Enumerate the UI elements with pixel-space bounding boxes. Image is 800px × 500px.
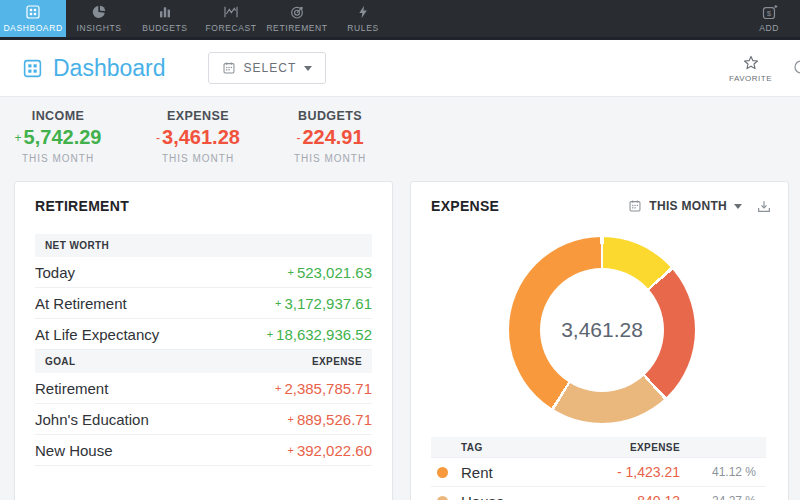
- summary-stats: INCOME +5,742.29 THIS MONTH EXPENSE -3,4…: [0, 97, 800, 181]
- expense-card-title: EXPENSE: [431, 198, 499, 214]
- table-row[interactable]: New House +392,022.60: [35, 435, 372, 466]
- select-label: SELECT: [244, 61, 297, 75]
- stat-label: BUDGETS: [294, 109, 366, 123]
- nav-tab-label: BUDGETS: [142, 23, 187, 33]
- nav-tab-label: DASHBOARD: [3, 23, 62, 33]
- tag-color-dot: [437, 496, 448, 500]
- favorite-label: FAVORITE: [729, 74, 772, 83]
- nav-tab-rules[interactable]: RULES: [330, 0, 396, 37]
- favorite-button[interactable]: FAVORITE: [729, 54, 772, 83]
- star-icon: [742, 54, 760, 72]
- retirement-card: RETIREMENT NET WORTH Today +523,021.63 A…: [14, 181, 393, 500]
- pie-chart-icon: [91, 4, 107, 20]
- select-dropdown-button[interactable]: SELECT: [208, 52, 327, 84]
- net-worth-section-header: NET WORTH: [35, 234, 372, 257]
- nav-tab-insights[interactable]: INSIGHTS: [66, 0, 132, 37]
- stat-value: -3,461.28: [156, 126, 240, 149]
- dashboard-page-icon: [22, 58, 43, 79]
- target-icon: [289, 4, 305, 20]
- top-nav: DASHBOARD INSIGHTS BUDGETS FORECAST RETI…: [0, 0, 800, 40]
- stat-period: THIS MONTH: [294, 153, 366, 164]
- page-header: Dashboard SELECT FAVORITE: [0, 40, 800, 97]
- dashboard-grid-icon: [25, 4, 41, 20]
- calendar-icon: [222, 61, 236, 75]
- retirement-table: NET WORTH Today +523,021.63 At Retiremen…: [35, 234, 372, 466]
- stat-label: EXPENSE: [156, 109, 240, 123]
- chevron-down-icon: [304, 66, 312, 71]
- bar-chart-icon: [157, 4, 173, 20]
- nav-tab-budgets[interactable]: BUDGETS: [132, 0, 198, 37]
- table-row[interactable]: Today +523,021.63: [35, 257, 372, 288]
- nav-tab-retirement[interactable]: RETIREMENT: [264, 0, 330, 37]
- lightning-icon: [355, 4, 371, 20]
- nav-tab-label: RULES: [347, 23, 378, 33]
- stat-budgets: BUDGETS -224.91 THIS MONTH: [294, 109, 366, 164]
- nav-tab-label: INSIGHTS: [77, 23, 122, 33]
- nav-tab-forecast[interactable]: FORECAST: [198, 0, 264, 37]
- goal-section-header: GOAL EXPENSE: [35, 350, 372, 373]
- period-dropdown[interactable]: THIS MONTH: [628, 199, 742, 213]
- stat-period: THIS MONTH: [15, 153, 102, 164]
- svg-text:$: $: [766, 8, 771, 17]
- donut-hole: 3,461.28: [540, 268, 664, 392]
- nav-add-button[interactable]: $ ADD: [738, 0, 800, 37]
- retirement-card-title: RETIREMENT: [35, 198, 129, 214]
- table-row[interactable]: Rent - 1,423.21 41.12 %: [431, 457, 766, 487]
- donut-center-total: 3,461.28: [561, 318, 643, 342]
- period-label: THIS MONTH: [649, 199, 727, 213]
- nav-add-label: ADD: [759, 23, 779, 33]
- tag-table: TAG EXPENSE Rent - 1,423.21 41.12 % Hous…: [431, 437, 766, 500]
- calendar-icon: [628, 199, 642, 213]
- table-row[interactable]: At Life Expectancy +18,632,936.52: [35, 319, 372, 350]
- line-chart-icon: [223, 4, 239, 20]
- page-title: Dashboard: [53, 55, 166, 82]
- stat-income: INCOME +5,742.29 THIS MONTH: [15, 109, 102, 164]
- download-icon[interactable]: [756, 199, 772, 215]
- table-row[interactable]: John's Education +889,526.71: [35, 404, 372, 435]
- tag-color-dot: [437, 467, 448, 478]
- stat-period: THIS MONTH: [156, 153, 240, 164]
- stat-value: -224.91: [294, 126, 366, 149]
- clipped-edge-icon: [792, 58, 800, 76]
- add-transaction-icon: $: [761, 4, 778, 20]
- chevron-down-icon: [734, 204, 742, 209]
- stat-label: INCOME: [15, 109, 102, 123]
- nav-tab-label: RETIREMENT: [266, 23, 327, 33]
- table-row[interactable]: House - 840.13 24.27 %: [431, 486, 766, 500]
- nav-tab-dashboard[interactable]: DASHBOARD: [0, 0, 66, 37]
- table-row[interactable]: Retirement +2,385,785.71: [35, 373, 372, 404]
- nav-tab-label: FORECAST: [205, 23, 256, 33]
- table-row[interactable]: At Retirement +3,172,937.61: [35, 288, 372, 319]
- expense-card: EXPENSE THIS MONTH 3,461.28 TAG EXPENSE …: [410, 181, 789, 500]
- tag-table-header: TAG EXPENSE: [431, 437, 766, 458]
- stat-expense: EXPENSE -3,461.28 THIS MONTH: [156, 109, 240, 164]
- stat-value: +5,742.29: [15, 126, 102, 149]
- expense-donut-chart[interactable]: 3,461.28: [509, 237, 695, 423]
